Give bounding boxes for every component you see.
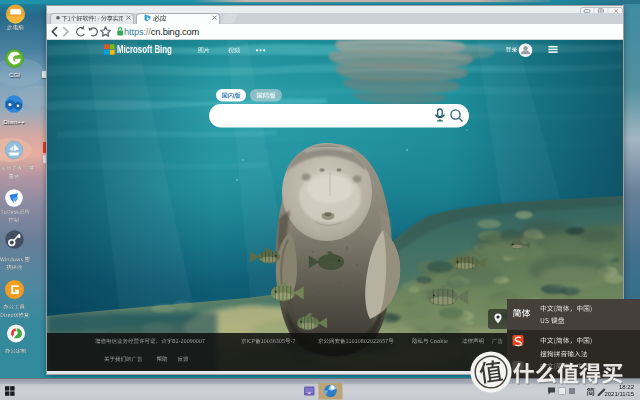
svg-text:Dism++: Dism++ <box>3 118 25 125</box>
svg-text:CGI: CGI <box>9 71 20 78</box>
svg-text:Microsoft Bing: Microsoft Bing <box>117 43 172 55</box>
